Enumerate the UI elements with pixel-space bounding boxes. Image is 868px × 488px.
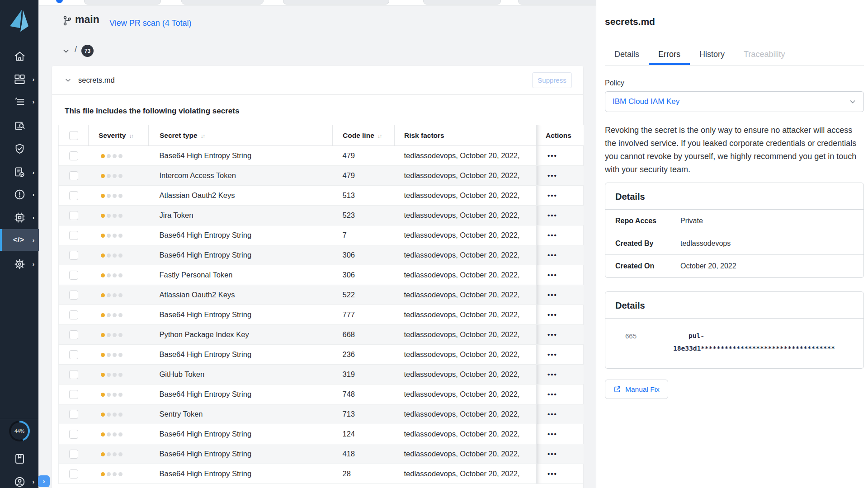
table-row[interactable]: Base64 High Entropy String 479 tedlassod… bbox=[59, 146, 584, 166]
chevron-right-icon: › bbox=[33, 76, 34, 82]
table-row[interactable]: Base64 High Entropy String 28 tedlassode… bbox=[59, 464, 584, 484]
row-checkbox[interactable] bbox=[69, 370, 78, 379]
code-line-cell: 748 bbox=[333, 385, 395, 404]
row-checkbox[interactable] bbox=[69, 310, 78, 319]
sidebar-expand-button[interactable]: › bbox=[38, 475, 50, 487]
row-checkbox[interactable] bbox=[69, 231, 78, 240]
sidebar-item-incidents[interactable]: › bbox=[0, 185, 39, 203]
tab-errors[interactable]: Errors bbox=[649, 50, 690, 65]
table-row[interactable]: Base64 High Entropy String 124 tedlassod… bbox=[59, 424, 584, 444]
row-actions-menu[interactable]: ••• bbox=[537, 390, 557, 398]
severity-dot bbox=[107, 154, 111, 158]
table-row[interactable]: Base64 High Entropy String 7 tedlassodev… bbox=[59, 225, 584, 245]
sidebar-item-scan[interactable] bbox=[0, 117, 39, 135]
severity-dot bbox=[113, 432, 117, 436]
view-pr-scan-link[interactable]: View PR scan (4 Total) bbox=[109, 19, 191, 28]
table-row[interactable]: Base64 High Entropy String 748 tedlassod… bbox=[59, 385, 584, 404]
table-row[interactable]: Base64 High Entropy String 418 tedlassod… bbox=[59, 444, 584, 464]
row-checkbox[interactable] bbox=[69, 410, 78, 419]
row-actions-menu[interactable]: ••• bbox=[537, 430, 557, 438]
row-actions-menu[interactable]: ••• bbox=[537, 410, 557, 418]
document-check-icon bbox=[14, 166, 26, 178]
row-actions-menu[interactable]: ••• bbox=[537, 331, 557, 338]
row-actions-menu[interactable]: ••• bbox=[537, 470, 557, 478]
sidebar-item-home[interactable] bbox=[0, 47, 39, 65]
row-checkbox[interactable] bbox=[69, 191, 78, 200]
table-row[interactable]: Base64 High Entropy String 306 tedlassod… bbox=[59, 245, 584, 265]
sidebar-item-policies[interactable]: › bbox=[0, 163, 39, 181]
row-actions-menu[interactable]: ••• bbox=[537, 231, 557, 239]
row-actions-menu[interactable]: ••• bbox=[537, 450, 557, 458]
row-checkbox[interactable] bbox=[69, 251, 78, 260]
policy-dropdown[interactable]: IBM Cloud IAM Key bbox=[605, 91, 864, 112]
table-row[interactable]: Python Package Index Key 668 tedlassodev… bbox=[59, 325, 584, 345]
detail-label: Repo Acces bbox=[605, 217, 680, 225]
sort-icon[interactable]: ↓↑ bbox=[201, 132, 205, 139]
severity-dot bbox=[101, 373, 105, 377]
severity-cell bbox=[89, 206, 149, 225]
row-actions-menu[interactable]: ••• bbox=[537, 311, 557, 319]
shield-check-icon bbox=[14, 143, 26, 155]
sidebar-item-code-security[interactable]: </> › bbox=[0, 229, 39, 251]
code-line-cell: 319 bbox=[333, 365, 395, 385]
table-row[interactable]: GitHub Token 319 tedlassodevops, October… bbox=[59, 365, 584, 385]
column-header-severity[interactable]: Severity↓↑ bbox=[89, 125, 149, 146]
sidebar-item-settings[interactable]: › bbox=[0, 255, 39, 273]
row-checkbox[interactable] bbox=[69, 211, 78, 220]
progress-label: 44% bbox=[14, 428, 24, 434]
row-checkbox[interactable] bbox=[69, 171, 78, 180]
row-actions-menu[interactable]: ••• bbox=[537, 172, 557, 179]
severity-dot bbox=[107, 452, 111, 456]
row-checkbox[interactable] bbox=[69, 330, 78, 339]
sidebar-item-dashboard[interactable]: › bbox=[0, 70, 39, 88]
row-checkbox[interactable] bbox=[69, 450, 78, 459]
table-row[interactable]: Atlassian Oauth2 Keys 513 tedlassodevops… bbox=[59, 186, 584, 206]
severity-dot bbox=[101, 432, 105, 436]
column-header-code-line[interactable]: Code line↓↑ bbox=[333, 125, 395, 146]
row-actions-menu[interactable]: ••• bbox=[537, 271, 557, 279]
table-row[interactable]: Fastly Personal Token 306 tedlassodevops… bbox=[59, 265, 584, 285]
severity-dot bbox=[113, 253, 117, 258]
row-checkbox[interactable] bbox=[69, 430, 78, 439]
manual-fix-button[interactable]: Manual Fix bbox=[605, 380, 668, 399]
severity-dot bbox=[113, 393, 117, 397]
risk-factors-cell: tedlassodevops, October 20, 2022, bbox=[395, 345, 537, 365]
sidebar-item-integrations[interactable]: › bbox=[0, 208, 39, 226]
table-row[interactable]: Jira Token 523 tedlassodevops, October 2… bbox=[59, 206, 584, 225]
table-row[interactable]: Sentry Token 713 tedlassodevops, October… bbox=[59, 404, 584, 424]
row-actions-menu[interactable]: ••• bbox=[537, 291, 557, 299]
row-actions-menu[interactable]: ••• bbox=[537, 152, 557, 160]
row-checkbox[interactable] bbox=[69, 350, 78, 359]
row-actions-menu[interactable]: ••• bbox=[537, 371, 557, 378]
sidebar-item-docs[interactable] bbox=[0, 450, 39, 468]
row-checkbox[interactable] bbox=[69, 271, 78, 280]
table-row[interactable]: Intercom Access Token 479 tedlassodevops… bbox=[59, 166, 584, 186]
row-actions-menu[interactable]: ••• bbox=[537, 192, 557, 199]
detail-row: Created By tedlassodevops bbox=[605, 232, 863, 255]
table-row[interactable]: Base64 High Entropy String 236 tedlassod… bbox=[59, 345, 584, 365]
tab-history[interactable]: History bbox=[690, 50, 734, 65]
row-checkbox[interactable] bbox=[69, 291, 78, 300]
chevron-down-icon[interactable] bbox=[62, 47, 70, 55]
severity-cell bbox=[89, 245, 149, 265]
tab-details[interactable]: Details bbox=[605, 50, 649, 65]
select-all-checkbox[interactable] bbox=[69, 131, 78, 140]
sidebar-item-resources[interactable]: › bbox=[0, 93, 39, 111]
column-header-secret-type[interactable]: Secret type↓↑ bbox=[149, 125, 333, 146]
severity-dot bbox=[118, 154, 123, 158]
sort-icon[interactable]: ↓↑ bbox=[377, 132, 382, 139]
sidebar-item-compliance[interactable] bbox=[0, 140, 39, 158]
severity-dot bbox=[101, 333, 105, 337]
row-actions-menu[interactable]: ••• bbox=[537, 251, 557, 259]
suppress-button[interactable]: Suppress bbox=[532, 72, 572, 88]
row-actions-menu[interactable]: ••• bbox=[537, 351, 557, 358]
collapse-chevron-icon[interactable] bbox=[65, 77, 71, 84]
row-checkbox[interactable] bbox=[69, 151, 78, 160]
sort-icon[interactable]: ↓↑ bbox=[129, 132, 133, 139]
row-checkbox[interactable] bbox=[69, 469, 78, 479]
table-row[interactable]: Atlassian Oauth2 Keys 522 tedlassodevops… bbox=[59, 285, 584, 305]
sidebar-item-account[interactable]: › bbox=[0, 473, 39, 488]
row-checkbox[interactable] bbox=[69, 390, 78, 399]
table-row[interactable]: Base64 High Entropy String 777 tedlassod… bbox=[59, 305, 584, 325]
row-actions-menu[interactable]: ••• bbox=[537, 211, 557, 219]
